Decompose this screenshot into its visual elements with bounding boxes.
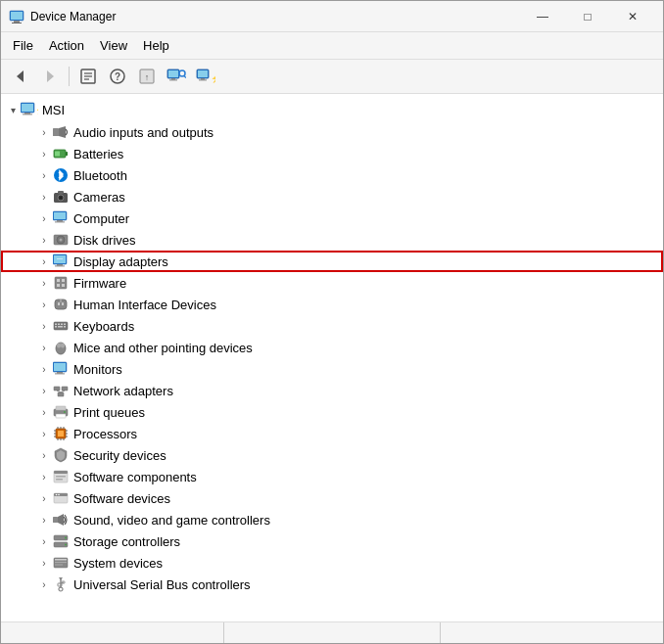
tree-item-storage[interactable]: › Storage controllers — [1, 530, 663, 552]
tree-item-cameras[interactable]: › Cameras — [1, 186, 663, 207]
tree-item-system[interactable]: › System devices — [1, 552, 663, 574]
tree-item-firmware[interactable]: › Firmware — [1, 272, 663, 294]
status-section-2 — [224, 622, 442, 643]
toolbar-separator-1 — [69, 67, 70, 86]
softwaredev-expand-arrow: › — [36, 490, 52, 506]
toolbar: ? ↑ ⚡ — [1, 60, 663, 94]
monitors-label: Monitors — [73, 362, 122, 377]
status-bar — [1, 621, 663, 643]
svg-rect-51 — [57, 258, 63, 259]
processors-label: Processors — [73, 427, 137, 441]
network-expand-arrow: › — [36, 383, 52, 398]
tree-item-softwaredev[interactable]: › Software devices — [1, 487, 663, 509]
maximize-button[interactable]: □ — [565, 1, 610, 32]
help-button[interactable]: ? — [104, 64, 131, 89]
menu-file[interactable]: File — [5, 34, 41, 57]
svg-rect-76 — [55, 374, 65, 375]
svg-rect-63 — [58, 324, 60, 326]
close-button[interactable]: ✕ — [610, 1, 655, 32]
svg-rect-34 — [55, 152, 60, 157]
tree-item-keyboards[interactable]: › Keyboards — [1, 315, 663, 337]
softwarecomp-label: Software components — [73, 470, 197, 484]
sound-icon — [52, 511, 70, 529]
svg-rect-22 — [201, 78, 205, 80]
svg-rect-66 — [55, 326, 57, 328]
security-expand-arrow: › — [36, 447, 52, 463]
tree-item-audio[interactable]: › Audio inputs and outputs — [1, 121, 663, 143]
tree-item-network[interactable]: › Network adapters — [1, 380, 663, 401]
svg-rect-27 — [24, 113, 30, 115]
svg-marker-109 — [58, 514, 64, 526]
monitors-expand-arrow: › — [36, 361, 52, 377]
svg-text:↑: ↑ — [145, 72, 150, 82]
properties-button[interactable] — [74, 64, 102, 89]
tree-item-batteries[interactable]: › Batteries — [1, 143, 663, 164]
mice-label: Mice and other pointing devices — [73, 341, 253, 355]
tree-item-processors[interactable]: › Proces — [1, 423, 663, 444]
computer-expand-arrow: › — [36, 210, 52, 226]
tree-item-hid[interactable]: › Human Interface Devices — [1, 294, 663, 315]
devmgr-button[interactable]: ⚡ — [192, 64, 219, 89]
cameras-label: Cameras — [73, 190, 125, 205]
processors-expand-arrow: › — [36, 426, 52, 441]
svg-text:⚡: ⚡ — [35, 104, 38, 115]
forward-button[interactable] — [36, 64, 64, 89]
mice-expand-arrow: › — [36, 340, 52, 355]
svg-rect-77 — [54, 387, 60, 391]
svg-rect-53 — [57, 279, 60, 282]
svg-rect-15 — [168, 70, 178, 77]
network-icon — [52, 382, 70, 399]
tree-item-display[interactable]: › Display adapters — [1, 251, 663, 272]
keyboards-icon — [52, 317, 70, 335]
computer-label: Computer — [73, 211, 129, 226]
computer-icon — [52, 209, 70, 227]
back-button[interactable] — [7, 64, 34, 89]
tree-item-sound[interactable]: › Sound, video and game controllers — [1, 509, 663, 530]
tree-view[interactable]: ▾ ⚡ MSI › Audio — [1, 94, 663, 621]
svg-point-46 — [60, 239, 63, 242]
svg-rect-65 — [64, 324, 66, 326]
security-label: Security devices — [73, 448, 166, 463]
firmware-label: Firmware — [73, 276, 126, 291]
svg-rect-52 — [55, 277, 67, 289]
svg-rect-55 — [57, 284, 60, 287]
menu-action[interactable]: Action — [41, 34, 92, 57]
tree-root[interactable]: ▾ ⚡ MSI — [1, 98, 663, 121]
hid-label: Human Interface Devices — [73, 298, 216, 312]
svg-point-38 — [60, 197, 63, 200]
menu-help[interactable]: Help — [135, 34, 177, 57]
minimize-button[interactable]: — — [520, 1, 565, 32]
sound-label: Sound, video and game controllers — [73, 513, 270, 528]
tree-item-security[interactable]: › Security devices — [1, 444, 663, 466]
tree-item-computer[interactable]: › Computer — [1, 207, 663, 229]
svg-point-18 — [179, 70, 185, 76]
svg-point-112 — [65, 537, 67, 539]
root-expand-arrow: ▾ — [5, 102, 21, 117]
status-section-3 — [441, 622, 657, 643]
menu-view[interactable]: View — [92, 34, 135, 57]
bluetooth-icon — [52, 166, 70, 184]
svg-rect-115 — [55, 559, 67, 561]
scan-button[interactable] — [163, 64, 190, 89]
tree-item-usb[interactable]: › Universal Serial Bus controllers — [1, 574, 663, 595]
security-icon — [52, 446, 70, 464]
svg-rect-108 — [53, 517, 58, 523]
tree-item-disk[interactable]: › Disk drives — [1, 229, 663, 251]
hid-icon — [52, 296, 70, 313]
tree-item-mice[interactable]: › Mice and other pointing devices — [1, 337, 663, 358]
svg-rect-26 — [22, 104, 33, 112]
tree-item-softwarecomp[interactable]: › Software components — [1, 466, 663, 487]
disk-icon — [52, 231, 70, 249]
display-label: Display adapters — [73, 254, 168, 269]
tree-item-print[interactable]: › Print queues — [1, 401, 663, 423]
tree-item-monitors[interactable]: › Monitors — [1, 358, 663, 380]
batteries-icon — [52, 145, 70, 162]
update-button[interactable]: ↑ — [133, 64, 161, 89]
keyboards-label: Keyboards — [73, 319, 134, 334]
tree-item-bluetooth[interactable]: › Bluetooth — [1, 164, 663, 186]
svg-rect-74 — [54, 363, 66, 371]
svg-rect-2 — [14, 21, 20, 23]
svg-point-85 — [64, 411, 66, 413]
bluetooth-expand-arrow: › — [36, 167, 52, 183]
usb-expand-arrow: › — [36, 576, 52, 592]
